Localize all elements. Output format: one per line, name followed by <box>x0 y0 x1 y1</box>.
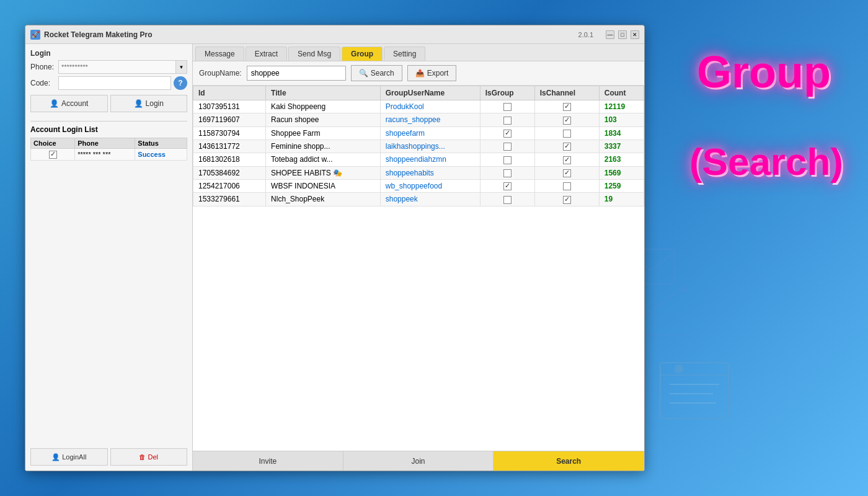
search-icon: 🔍 <box>359 69 368 78</box>
choice-checkbox[interactable] <box>49 151 57 159</box>
col-status: Status <box>135 138 187 149</box>
is-channel-cell <box>534 126 599 140</box>
is-group-cell <box>480 193 534 206</box>
is-group-checkbox[interactable] <box>503 196 512 204</box>
account-button[interactable]: 👤 Account <box>30 95 108 112</box>
username-link[interactable]: shoppeek <box>386 195 418 203</box>
is-group-checkbox[interactable] <box>503 130 512 138</box>
is-channel-checkbox[interactable] <box>563 103 571 111</box>
username-cell[interactable]: laikhashoppings... <box>380 140 480 153</box>
is-channel-cell <box>534 100 599 113</box>
is-group-cell <box>480 179 534 192</box>
is-group-checkbox[interactable] <box>503 103 512 111</box>
maximize-button[interactable]: □ <box>618 30 627 39</box>
username-cell[interactable]: shoppeendiahzmn <box>380 153 480 166</box>
login-button-row: 👤 Account 👤 Login <box>30 95 187 112</box>
is-channel-checkbox[interactable] <box>563 169 571 177</box>
export-icon: 📤 <box>415 69 425 78</box>
username-link[interactable]: wb_shoppeefood <box>386 182 442 190</box>
close-button[interactable]: ✕ <box>631 30 639 39</box>
bottom-tab-search[interactable]: Search <box>494 451 644 471</box>
table-row: 1697119607 Racun shopee racuns_shoppee 1… <box>193 113 644 126</box>
main-panel: MessageExtractSend MsgGroupSetting Group… <box>193 44 644 471</box>
id-cell: 1254217006 <box>193 179 266 192</box>
code-input[interactable] <box>58 76 171 90</box>
username-cell[interactable]: shopeefarm <box>380 126 480 140</box>
login-button[interactable]: 👤 Login <box>110 95 188 112</box>
choice-cell[interactable] <box>31 149 75 161</box>
search-button[interactable]: 🔍 Search <box>351 65 402 81</box>
username-link[interactable]: racuns_shoppee <box>386 115 441 124</box>
group-title-decoration: Group <box>697 50 831 94</box>
title-cell: WBSF INDONESIA <box>266 179 381 192</box>
username-link[interactable]: shoppeehabits <box>386 169 434 177</box>
bottom-tab-join[interactable]: Join <box>343 451 494 471</box>
tab-send_msg[interactable]: Send Msg <box>288 46 340 61</box>
search-button-label: Search <box>371 69 394 78</box>
id-cell: 1705384692 <box>193 166 266 179</box>
app-content: Login Phone: ▼ Code: ? 👤 Account 👤 <box>25 44 644 471</box>
username-link[interactable]: shopeefarm <box>386 129 425 138</box>
is-group-checkbox[interactable] <box>503 117 512 125</box>
username-cell[interactable]: shoppeehabits <box>380 166 480 179</box>
username-link[interactable]: shoppeendiahzmn <box>386 155 446 164</box>
tab-setting[interactable]: Setting <box>384 46 425 61</box>
username-cell[interactable]: ProdukKool <box>380 100 480 113</box>
username-cell[interactable]: wb_shoppeefood <box>380 179 480 192</box>
minimize-button[interactable]: — <box>606 30 614 39</box>
count-cell: 3337 <box>599 140 644 153</box>
col-header-isgroup: IsGroup <box>480 86 534 100</box>
is-group-checkbox[interactable] <box>503 182 512 190</box>
username-link[interactable]: laikhashoppings... <box>386 142 445 151</box>
tab-extract[interactable]: Extract <box>246 46 287 61</box>
group-name-input[interactable] <box>247 66 346 81</box>
count-cell: 1259 <box>599 179 644 192</box>
phone-input[interactable] <box>58 60 176 74</box>
code-label: Code: <box>30 79 58 87</box>
login-all-button[interactable]: 👤 LoginAll <box>30 448 108 466</box>
is-channel-checkbox[interactable] <box>563 130 571 138</box>
background-decoration: Group (Search) <box>608 0 868 496</box>
del-button[interactable]: 🗑 Del <box>110 448 188 466</box>
search-title-decoration: (Search) <box>689 143 843 181</box>
username-link[interactable]: ProdukKool <box>386 102 424 111</box>
id-cell: 1681302618 <box>193 153 266 166</box>
username-cell[interactable]: racuns_shoppee <box>380 113 480 126</box>
title-bar: 🚀 Rocket Telegram Maketing Pro 2.0.1 — □… <box>25 25 644 44</box>
is-group-cell <box>480 113 534 126</box>
is-channel-checkbox[interactable] <box>563 196 571 204</box>
is-group-cell <box>480 153 534 166</box>
tab-message[interactable]: Message <box>195 46 244 61</box>
title-cell: SHOPEE HABITS 🎭 <box>266 166 381 179</box>
count-cell: 19 <box>599 193 644 206</box>
account-table: Choice Phone Status ***** *** *** Succes… <box>30 138 187 161</box>
tab-group[interactable]: Group <box>342 46 383 61</box>
count-cell: 1834 <box>599 126 644 140</box>
is-channel-checkbox[interactable] <box>563 156 571 164</box>
account-icon: 👤 <box>50 99 59 108</box>
is-channel-checkbox[interactable] <box>563 117 571 125</box>
account-list-title: Account Login List <box>30 125 187 134</box>
is-channel-checkbox[interactable] <box>563 143 571 151</box>
is-channel-cell <box>534 166 599 179</box>
is-channel-cell <box>534 179 599 192</box>
col-phone: Phone <box>75 138 135 149</box>
table-row: 1681302618 Totebag addict w... shoppeend… <box>193 153 644 166</box>
username-cell[interactable]: shoppeek <box>380 193 480 206</box>
export-button[interactable]: 📤 Export <box>407 65 457 81</box>
title-cell: Nlch_ShopPeek <box>266 193 381 206</box>
phone-cell: ***** *** *** <box>75 149 135 161</box>
phone-label: Phone: <box>30 63 58 71</box>
is-channel-checkbox[interactable] <box>563 182 571 190</box>
bottom-tab-invite[interactable]: Invite <box>193 451 343 471</box>
is-group-cell <box>480 166 534 179</box>
is-group-checkbox[interactable] <box>503 143 512 151</box>
sidebar-bottom-buttons: 👤 LoginAll 🗑 Del <box>30 443 187 466</box>
phone-dropdown[interactable]: ▼ <box>176 60 187 74</box>
is-group-checkbox[interactable] <box>503 169 512 177</box>
help-button[interactable]: ? <box>174 76 187 90</box>
id-cell: 1158730794 <box>193 126 266 140</box>
is-group-checkbox[interactable] <box>503 156 512 164</box>
col-header-id: Id <box>193 86 266 100</box>
login-button-label: Login <box>146 99 164 108</box>
